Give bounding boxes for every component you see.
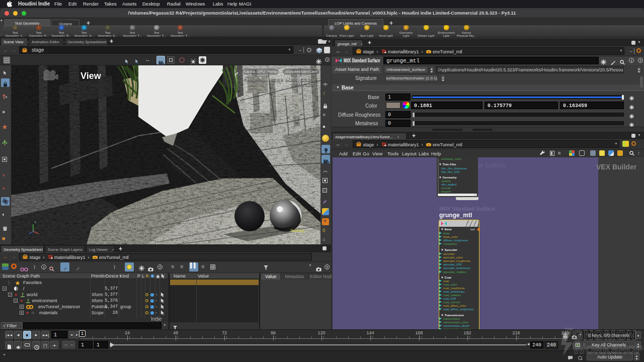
svg-text:+: + xyxy=(50,256,53,259)
svg-text:+: + xyxy=(384,50,386,54)
svg-text:+: + xyxy=(384,143,386,147)
svg-text:Y: Y xyxy=(34,221,36,224)
